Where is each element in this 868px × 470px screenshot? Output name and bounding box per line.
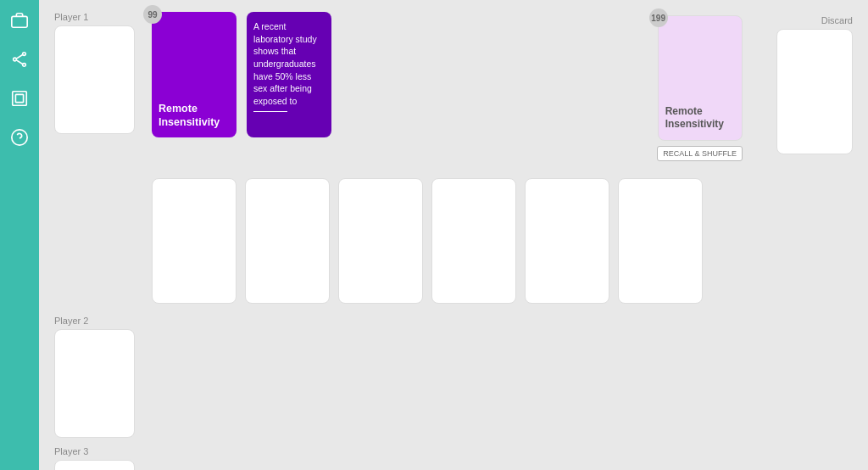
hand-card-4[interactable] bbox=[431, 178, 516, 304]
light-deck-card[interactable]: Remote Insensitivity bbox=[658, 15, 743, 141]
deck-wrapper: 99 Remote Insensitivity bbox=[152, 12, 236, 137]
svg-line-5 bbox=[16, 55, 22, 59]
deck-count-badge: 99 bbox=[143, 5, 162, 24]
hand-card-3[interactable] bbox=[338, 178, 423, 304]
light-card-wrapper: 199 Remote Insensitivity bbox=[658, 15, 743, 141]
player-2-label: Player 2 bbox=[54, 316, 853, 326]
svg-rect-0 bbox=[12, 16, 27, 27]
hand-card-5[interactable] bbox=[525, 178, 609, 304]
blank-line bbox=[253, 111, 287, 112]
hand-card-6[interactable] bbox=[618, 178, 703, 304]
players-left-col: Player 1 bbox=[54, 12, 135, 134]
player-1-label: Player 1 bbox=[54, 12, 135, 22]
hand-card-1[interactable] bbox=[152, 178, 236, 304]
light-card-title: Remote Insensitivity bbox=[665, 105, 735, 131]
discard-card-slot bbox=[776, 29, 853, 154]
right-deck-count-badge: 199 bbox=[649, 8, 668, 27]
player-3-section: Player 3 bbox=[54, 446, 853, 470]
deck-card-title: Remote Insensitivity bbox=[159, 102, 230, 130]
top-area: Player 1 99 Remote Insensitivity A recen… bbox=[54, 12, 853, 304]
right-section: 199 Remote Insensitivity RECALL & SHUFFL… bbox=[657, 12, 853, 161]
svg-point-4 bbox=[23, 64, 26, 67]
svg-line-6 bbox=[16, 60, 22, 64]
purple-deck-card[interactable]: Remote Insensitivity bbox=[152, 12, 236, 137]
black-played-card[interactable]: A recent laboratory study shows that und… bbox=[247, 12, 331, 137]
player-2-section: Player 2 bbox=[54, 316, 853, 438]
share-icon[interactable] bbox=[8, 48, 31, 71]
frame-icon[interactable] bbox=[8, 87, 31, 110]
main-area: Player 1 99 Remote Insensitivity A recen… bbox=[39, 0, 868, 470]
svg-rect-8 bbox=[15, 94, 23, 102]
players-lower: Player 2 Player 3 bbox=[54, 316, 853, 470]
recall-shuffle-button[interactable]: RECALL & SHUFFLE bbox=[657, 146, 743, 161]
player-1-card-slot bbox=[54, 25, 135, 134]
player-3-label: Player 3 bbox=[54, 446, 853, 456]
black-card-text: A recent laboratory study shows that und… bbox=[253, 20, 325, 108]
discard-label: Discard bbox=[821, 15, 853, 25]
player-3-card-slot bbox=[54, 460, 135, 470]
svg-point-2 bbox=[23, 53, 26, 56]
svg-point-9 bbox=[12, 130, 27, 145]
player-1-section: Player 1 bbox=[54, 12, 135, 134]
hand-card-2[interactable] bbox=[245, 178, 330, 304]
svg-rect-7 bbox=[13, 92, 27, 106]
hand-cards-row bbox=[152, 178, 853, 304]
sidebar bbox=[0, 0, 39, 470]
top-cards-row: 99 Remote Insensitivity A recent laborat… bbox=[152, 12, 853, 161]
player-2-card-slot bbox=[54, 329, 135, 438]
svg-point-3 bbox=[14, 58, 17, 61]
center-area: 99 Remote Insensitivity A recent laborat… bbox=[152, 12, 853, 304]
briefcase-icon[interactable] bbox=[8, 8, 31, 32]
help-icon[interactable] bbox=[8, 126, 31, 149]
